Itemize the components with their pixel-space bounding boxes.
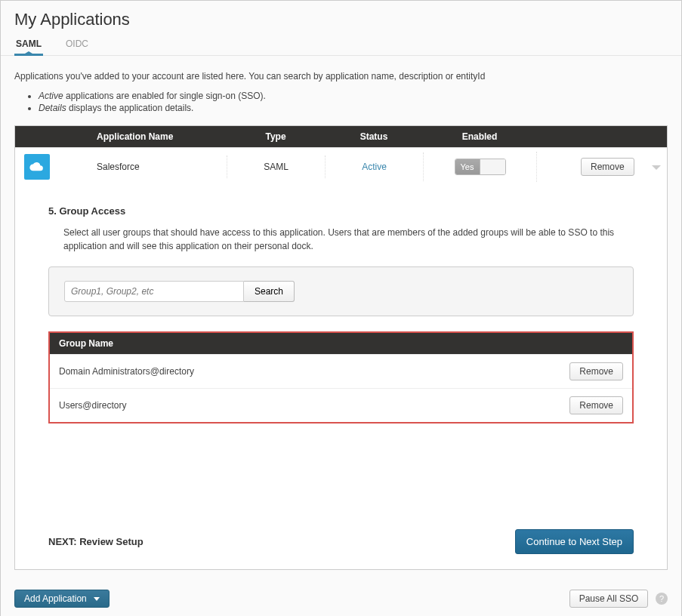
- tabs: SAML OIDC: [1, 34, 681, 56]
- tab-saml[interactable]: SAML: [14, 34, 43, 55]
- remove-group-button[interactable]: Remove: [569, 362, 623, 380]
- group-row: Users@directory Remove: [50, 388, 632, 422]
- group-name: Domain Administrators@directory: [59, 366, 194, 377]
- next-label: NEXT: Review Setup: [48, 536, 143, 547]
- group-search-button[interactable]: Search: [244, 281, 295, 302]
- cloud-icon: [29, 162, 45, 172]
- group-table: Group Name Domain Administrators@directo…: [48, 331, 634, 424]
- continue-button[interactable]: Continue to Next Step: [515, 529, 634, 554]
- expand-row-icon[interactable]: [652, 165, 661, 170]
- bullet-details-word: Details: [39, 103, 66, 113]
- app-icon: [24, 154, 50, 180]
- col-status: Status: [325, 126, 423, 147]
- step-footer: NEXT: Review Setup Continue to Next Step: [48, 529, 634, 554]
- bullet-active: Active applications are enabled for sing…: [39, 91, 668, 101]
- bullet-active-word: Active: [39, 91, 63, 101]
- app-status-link[interactable]: Active: [362, 162, 387, 172]
- remove-app-button[interactable]: Remove: [581, 158, 634, 176]
- group-search-input[interactable]: [64, 281, 244, 302]
- page-title: My Applications: [1, 1, 681, 34]
- toggle-yes-label: Yes: [455, 159, 480, 174]
- add-application-label: Add Application: [24, 593, 87, 604]
- caret-down-icon: [94, 597, 100, 601]
- app-type: SAML: [227, 156, 325, 178]
- app-name: Salesforce: [91, 156, 227, 178]
- col-name: Application Name: [91, 126, 227, 147]
- group-access-panel: 5. Group Access Select all user groups t…: [15, 186, 667, 569]
- bullet-details-rest: displays the application details.: [66, 103, 194, 113]
- applications-table: Application Name Type Status Enabled Sal…: [14, 125, 668, 570]
- col-enabled: Enabled: [423, 126, 536, 147]
- tab-oidc[interactable]: OIDC: [64, 34, 90, 55]
- group-name: Users@directory: [59, 400, 127, 411]
- section-desc: Select all user groups that should have …: [48, 226, 634, 266]
- group-table-header: Group Name: [50, 333, 632, 354]
- app-table-header: Application Name Type Status Enabled: [15, 126, 667, 147]
- bullet-active-rest: applications are enabled for single sign…: [63, 91, 266, 101]
- enabled-toggle[interactable]: Yes: [455, 159, 506, 175]
- app-row: Salesforce SAML Active Yes Remove: [15, 147, 667, 186]
- remove-group-button[interactable]: Remove: [569, 396, 623, 414]
- toggle-knob: [480, 159, 505, 174]
- bullet-details: Details displays the application details…: [39, 103, 668, 113]
- col-type: Type: [227, 126, 325, 147]
- group-search-box: Search: [48, 266, 634, 316]
- pause-sso-button[interactable]: Pause All SSO: [569, 590, 649, 608]
- add-application-button[interactable]: Add Application: [14, 590, 110, 608]
- bottom-bar: Add Application Pause All SSO ?: [1, 570, 681, 616]
- group-row: Domain Administrators@directory Remove: [50, 354, 632, 388]
- section-title: 5. Group Access: [48, 205, 634, 217]
- intro-text: Applications you've added to your accoun…: [1, 56, 681, 86]
- help-icon[interactable]: ?: [656, 593, 668, 605]
- intro-bullets: Active applications are enabled for sing…: [1, 86, 681, 125]
